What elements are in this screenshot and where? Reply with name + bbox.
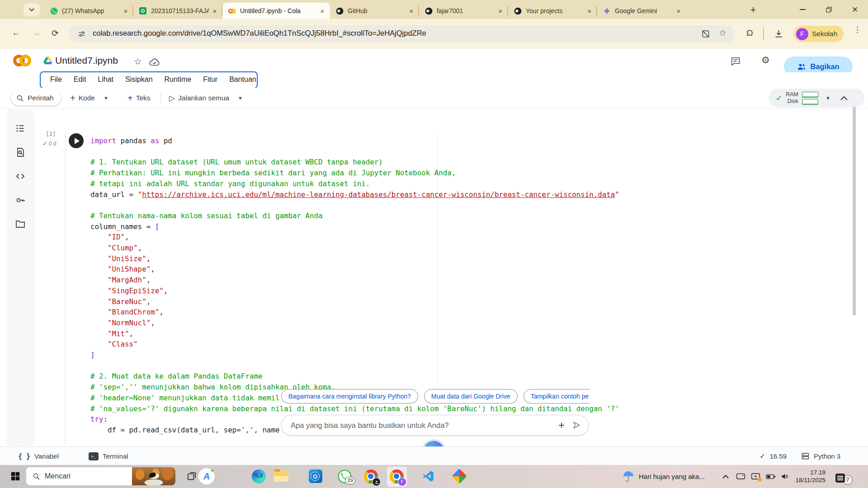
- file-explorer-app[interactable]: [272, 467, 290, 485]
- image-blocked-icon[interactable]: [701, 29, 710, 38]
- page-scrollbar[interactable]: [853, 107, 856, 315]
- reload-button[interactable]: ⟳: [52, 28, 59, 38]
- tab-label: Your projects: [526, 7, 584, 14]
- suggestion-chip-1[interactable]: Bagaimana cara menginstal library Python…: [281, 389, 418, 404]
- battery-icon[interactable]: [766, 474, 775, 479]
- run-cell-button[interactable]: [69, 133, 84, 148]
- tab-label: (27) WhatsApp: [62, 7, 120, 14]
- star-notebook-icon[interactable]: ☆: [134, 56, 142, 67]
- tab-close-icon[interactable]: ×: [211, 7, 219, 15]
- terminal-button[interactable]: >_ Terminal: [89, 447, 128, 465]
- send-icon[interactable]: [572, 421, 581, 430]
- variables-button[interactable]: { } Variabel: [18, 447, 59, 465]
- browser-tab-2[interactable]: 202310715133-FAJA×: [133, 3, 222, 19]
- volume-icon[interactable]: [781, 473, 789, 480]
- menu-fitur[interactable]: Fitur: [197, 75, 223, 84]
- suggestion-chip-3[interactable]: Tampilkan contoh pe: [524, 389, 590, 404]
- vscode-icon: [422, 470, 434, 483]
- download-icon[interactable]: [774, 29, 783, 38]
- menu-file[interactable]: File: [44, 75, 68, 84]
- menu-lihat[interactable]: Lihat: [92, 75, 119, 84]
- settings-gear-icon[interactable]: ⚙: [761, 55, 770, 66]
- tab-close-icon[interactable]: ×: [318, 7, 326, 15]
- resources-indicator[interactable]: ✓ RAM Disk ▼: [769, 89, 864, 108]
- chevron-down-icon[interactable]: ▼: [826, 95, 830, 101]
- screen-share-icon[interactable]: [751, 473, 760, 481]
- collapse-header-icon[interactable]: [840, 96, 848, 100]
- window-restore-button[interactable]: [816, 0, 842, 19]
- suggestion-chip-2[interactable]: Muat data dari Google Drive: [424, 389, 518, 404]
- browser-tab-4[interactable]: GitHub×: [330, 3, 419, 19]
- command-palette-button[interactable]: Perintah: [11, 90, 61, 106]
- browser-tab-5[interactable]: fajar7001×: [419, 3, 508, 19]
- browser-tab-3[interactable]: Untitled7.ipynb - Cola×: [222, 3, 330, 19]
- menu-runtime[interactable]: Runtime: [159, 75, 198, 84]
- bookmark-star-icon[interactable]: ☆: [719, 28, 726, 38]
- tab-label: Untitled7.ipynb - Cola: [240, 7, 316, 14]
- diamond-app[interactable]: [450, 467, 468, 485]
- github-favicon: [514, 7, 522, 15]
- weather-widget[interactable]: Hari hujan yang aka...: [623, 465, 705, 488]
- taskbar-clock[interactable]: 17.19 18/11/2025: [790, 469, 826, 484]
- search-daily-image[interactable]: [132, 467, 175, 485]
- chrome-profile2-app[interactable]: F: [387, 467, 406, 485]
- forward-button[interactable]: →: [32, 28, 41, 38]
- code-line: "MargAdh",: [90, 275, 619, 286]
- add-text-button[interactable]: + Teks: [127, 90, 151, 106]
- chrome-profile1-app[interactable]: [362, 467, 380, 485]
- tab-close-icon[interactable]: ×: [675, 7, 683, 15]
- tab-label: GitHub: [348, 7, 406, 14]
- chevron-down-icon[interactable]: ▼: [104, 95, 108, 101]
- browser-menu-kebab-icon[interactable]: ⋮: [854, 28, 858, 32]
- menu-edit[interactable]: Edit: [68, 75, 92, 84]
- files-folder-icon[interactable]: [11, 215, 29, 233]
- browser-tab-7[interactable]: Google Gemini×: [597, 3, 686, 19]
- find-replace-icon[interactable]: [11, 143, 29, 161]
- outlook-app[interactable]: [307, 467, 325, 485]
- tab-close-icon[interactable]: ×: [407, 7, 415, 15]
- chevron-down-icon[interactable]: ▼: [238, 95, 243, 101]
- device-cast-icon[interactable]: [736, 473, 745, 480]
- outlook-icon: [309, 469, 322, 483]
- tab-search-chevron-button[interactable]: [24, 3, 40, 16]
- clock-time: 17.19: [790, 469, 826, 477]
- drive-icon: [43, 56, 52, 65]
- add-code-button[interactable]: + Kode ▼: [70, 90, 108, 106]
- tab-close-icon[interactable]: ×: [496, 7, 505, 15]
- url-text: colab.research.google.com/drive/1qOMSwWD…: [93, 29, 426, 38]
- menu-bantuan[interactable]: Bantuan: [223, 75, 262, 84]
- table-of-contents-icon[interactable]: [11, 119, 29, 137]
- kernel-selector[interactable]: Python 3: [801, 447, 840, 465]
- window-minimize-button[interactable]: [789, 0, 816, 19]
- notification-center-button[interactable]: 7: [835, 471, 853, 485]
- notebook-title[interactable]: Untitled7.ipynb: [55, 55, 118, 66]
- window-close-button[interactable]: ✕: [842, 0, 868, 19]
- tab-close-icon[interactable]: ×: [122, 7, 130, 15]
- taskbar-search-box[interactable]: Mencari: [26, 467, 175, 485]
- assistant-input[interactable]: Apa yang bisa saya bantu buatkan untuk A…: [281, 415, 589, 436]
- edge-app[interactable]: [250, 467, 268, 485]
- file-explorer-icon: [274, 471, 288, 482]
- omnibox[interactable]: colab.research.google.com/drive/1qOMSwWD…: [69, 25, 735, 42]
- vscode-app[interactable]: [419, 467, 437, 485]
- pinned-app-a[interactable]: A: [198, 467, 216, 485]
- browser-profile-chip[interactable]: F Sekolah: [794, 26, 844, 42]
- run-all-button[interactable]: ▷ Jalankan semua ▼: [169, 90, 243, 106]
- code-snippets-icon[interactable]: [11, 167, 29, 185]
- tray-chevron-up-icon[interactable]: [722, 474, 729, 479]
- back-button[interactable]: ←: [12, 28, 20, 38]
- secrets-key-icon[interactable]: [11, 191, 29, 209]
- cell-success-check-icon: ✓: [42, 140, 47, 147]
- start-button[interactable]: [6, 467, 24, 485]
- whatsapp-app[interactable]: 29: [335, 467, 354, 485]
- comments-icon[interactable]: [731, 56, 741, 66]
- browser-tab-1[interactable]: (27) WhatsApp×: [44, 3, 133, 19]
- menu-sisipkan[interactable]: Sisipkan: [119, 75, 158, 84]
- tab-close-icon[interactable]: ×: [585, 7, 594, 15]
- attach-plus-icon[interactable]: +: [558, 419, 565, 432]
- extensions-icon[interactable]: [745, 29, 754, 38]
- site-info-icon[interactable]: [77, 29, 86, 38]
- browser-tab-6[interactable]: Your projects×: [508, 3, 597, 19]
- new-tab-button[interactable]: +: [747, 4, 760, 16]
- colab-logo[interactable]: [12, 54, 33, 67]
